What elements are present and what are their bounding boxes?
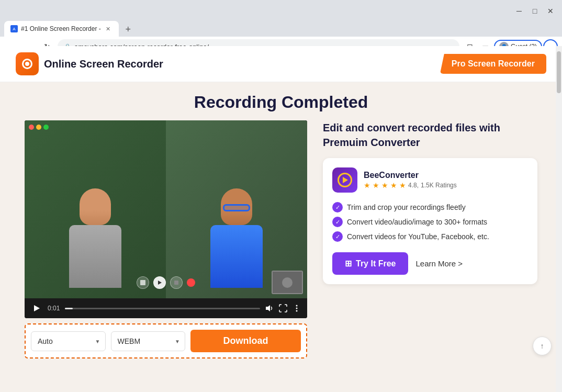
volume-button[interactable] [265, 304, 274, 312]
window-controls: ─ □ ✕ [512, 5, 558, 17]
tab-bar: A #1 Online Screen Recorder - ✕ + [0, 19, 562, 37]
feature-item-2: ✓ Convert video/audio/image to 300+ form… [332, 215, 528, 229]
promo-card: BeeConverter ★ ★ ★ ★ ★ 4.8, 1.5K Ratings [323, 158, 537, 284]
content-row: 0:01 [25, 120, 537, 359]
feature-item-3: ✓ Convert videos for YouTube, Facebook, … [332, 229, 528, 244]
time-display: 0:01 [48, 305, 60, 312]
video-left-pane [25, 120, 166, 298]
feature-list: ✓ Trim and crop your recordings fleetly … [332, 200, 528, 244]
yellow-dot [36, 125, 41, 130]
svg-marker-3 [34, 305, 40, 311]
person-face-right [221, 188, 252, 225]
app-rating: ★ ★ ★ ★ ★ 4.8, 1.5K Ratings [364, 181, 528, 189]
progress-bar[interactable] [65, 308, 260, 309]
minimize-button[interactable]: ─ [512, 5, 526, 17]
progress-fill [65, 308, 73, 309]
page-title: Recording Completed [194, 93, 368, 112]
tab-close-button[interactable]: ✕ [104, 25, 113, 33]
record-indicator [187, 278, 195, 287]
scrollbar-thumb [557, 51, 561, 93]
svg-point-7 [296, 310, 298, 312]
feature-text-3: Convert videos for YouTube, Facebook, et… [347, 232, 489, 241]
green-dot [43, 125, 49, 130]
download-bar: Auto 720p 1080p 480p ▼ WEBM MP4 AVI MOV [25, 323, 307, 359]
maximize-button[interactable]: □ [527, 5, 542, 17]
fullscreen-button[interactable] [279, 304, 287, 312]
star-1: ★ [364, 181, 370, 189]
pro-screen-recorder-button[interactable]: Pro Screen Recorder [440, 54, 546, 74]
app-header: BeeConverter ★ ★ ★ ★ ★ 4.8, 1.5K Ratings [332, 167, 528, 193]
main-area: Recording Completed [0, 82, 562, 359]
video-right-pane [166, 120, 307, 298]
video-container: 0:01 [25, 120, 307, 359]
close-button[interactable]: ✕ [543, 5, 558, 17]
learn-more-link[interactable]: Learn More > [415, 259, 463, 268]
person-body-left [69, 225, 121, 288]
person-face-left [80, 188, 111, 225]
tab-title: #1 Online Screen Recorder - [21, 25, 101, 32]
traffic-lights [29, 125, 49, 130]
check-icon-3: ✓ [332, 231, 343, 242]
site-title: Online Screen Recorder [44, 58, 163, 70]
right-panel: Edit and convert recorded files with Pre… [323, 120, 537, 359]
download-button[interactable]: Download [190, 330, 301, 352]
scrollbar[interactable] [556, 46, 562, 392]
check-icon-2: ✓ [332, 217, 343, 227]
app-icon [332, 167, 357, 193]
red-dot [29, 125, 34, 130]
rating-count: 1.5K Ratings [421, 182, 457, 189]
person-body-right [210, 225, 263, 288]
video-screen [25, 120, 307, 298]
feature-text-2: Convert video/audio/image to 300+ format… [347, 218, 487, 226]
svg-marker-1 [158, 281, 162, 285]
stop-btn[interactable] [170, 276, 183, 289]
svg-point-5 [296, 305, 298, 307]
site-header: Online Screen Recorder Pro Screen Record… [0, 46, 562, 82]
windows-icon: ⊞ [345, 259, 352, 268]
svg-point-6 [296, 308, 298, 309]
play-pause-btn[interactable] [153, 276, 166, 289]
action-row: ⊞ Try It Free Learn More > [332, 252, 528, 275]
star-3: ★ [381, 181, 388, 189]
browser-chrome: ─ □ ✕ A #1 Online Screen Recorder - ✕ + … [0, 0, 562, 46]
new-tab-button[interactable]: + [121, 22, 136, 37]
tab-favicon: A [10, 25, 18, 32]
person-left [64, 173, 127, 298]
person-right [205, 173, 268, 298]
page-content: Online Screen Recorder Pro Screen Record… [0, 46, 562, 392]
more-options-button[interactable] [293, 304, 301, 312]
quality-select-wrap: Auto 720p 1080p 480p ▼ [31, 331, 106, 351]
back-to-top-button[interactable]: ↑ [533, 337, 552, 355]
try-free-label: Try It Free [356, 259, 396, 268]
try-it-free-button[interactable]: ⊞ Try It Free [332, 252, 408, 275]
record-screen-btn[interactable] [137, 276, 149, 289]
play-icon [343, 177, 348, 183]
rating-score: 4.8, [408, 182, 419, 189]
recording-controls [137, 276, 195, 289]
feature-text-1: Trim and crop your recordings fleetly [347, 203, 466, 211]
svg-rect-0 [140, 280, 145, 285]
format-select[interactable]: WEBM MP4 AVI MOV [111, 331, 186, 351]
title-bar: ─ □ ✕ [0, 0, 562, 19]
star-4: ★ [390, 181, 397, 189]
bee-converter-icon [338, 173, 352, 187]
quality-select[interactable]: Auto 720p 1080p 480p [31, 331, 106, 351]
active-tab[interactable]: A #1 Online Screen Recorder - ✕ [4, 21, 119, 37]
video-controls: 0:01 [25, 298, 307, 318]
feature-item-1: ✓ Trim and crop your recordings fleetly [332, 200, 528, 215]
promo-title: Edit and convert recorded files with Pre… [323, 120, 537, 150]
svg-marker-4 [266, 305, 270, 311]
video-player: 0:01 [25, 120, 307, 318]
app-info: BeeConverter ★ ★ ★ ★ ★ 4.8, 1.5K Ratings [364, 171, 528, 189]
pip-thumbnail [272, 271, 303, 294]
format-select-wrap: WEBM MP4 AVI MOV ▼ [111, 331, 186, 351]
logo-icon [16, 52, 39, 75]
app-name: BeeConverter [364, 171, 528, 180]
play-button[interactable] [31, 303, 42, 314]
svg-rect-2 [174, 281, 178, 285]
star-2: ★ [373, 181, 379, 189]
star-5: ★ [399, 181, 406, 189]
check-icon-1: ✓ [332, 202, 343, 212]
site-logo: Online Screen Recorder [16, 52, 163, 75]
record-icon [22, 59, 32, 69]
